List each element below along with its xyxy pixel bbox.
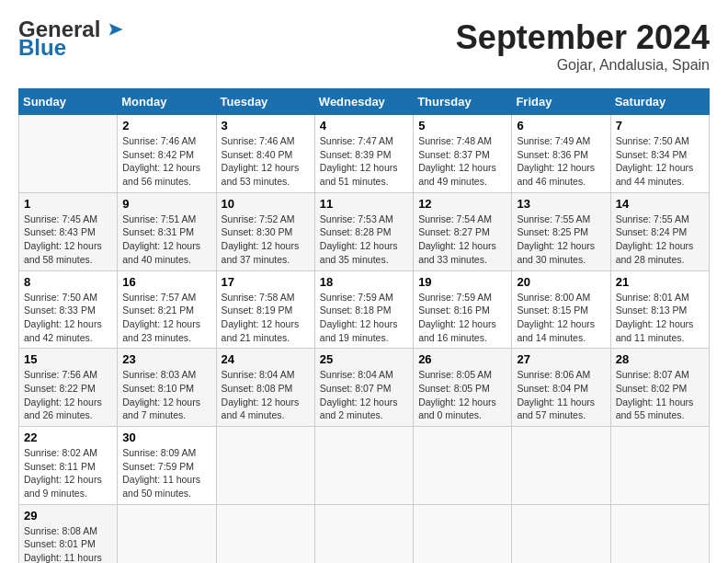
day-number: 11: [320, 197, 408, 211]
table-row: 23 Sunrise: 8:03 AM Sunset: 8:10 PM Dayl…: [118, 349, 216, 427]
calendar-row: 1 Sunrise: 7:45 AM Sunset: 8:43 PM Dayli…: [19, 192, 710, 270]
table-row: 9 Sunrise: 7:51 AM Sunset: 8:31 PM Dayli…: [118, 192, 216, 270]
table-row: [610, 504, 709, 563]
table-row: 18 Sunrise: 7:59 AM Sunset: 8:18 PM Dayl…: [314, 270, 413, 349]
day-number: 30: [122, 431, 210, 444]
header-thursday: Thursday: [414, 89, 512, 115]
day-number: 21: [616, 275, 704, 289]
day-number: 14: [616, 197, 704, 211]
day-info: Sunrise: 7:54 AM Sunset: 8:27 PM Dayligh…: [418, 213, 506, 267]
calendar-row: 29 Sunrise: 8:08 AM Sunset: 8:01 PM Dayl…: [19, 504, 710, 563]
day-number: 28: [616, 352, 704, 366]
table-row: 5 Sunrise: 7:48 AM Sunset: 8:37 PM Dayli…: [414, 115, 512, 193]
table-row: [512, 427, 610, 505]
table-row: 13 Sunrise: 7:55 AM Sunset: 8:25 PM Dayl…: [512, 192, 610, 270]
header-sunday: Sunday: [19, 89, 118, 115]
day-info: Sunrise: 7:57 AM Sunset: 8:21 PM Dayligh…: [122, 291, 210, 345]
day-number: 3: [222, 119, 310, 132]
calendar-table: Sunday Monday Tuesday Wednesday Thursday…: [18, 88, 710, 563]
day-info: Sunrise: 8:01 AM Sunset: 8:13 PM Dayligh…: [616, 291, 704, 345]
header-friday: Friday: [512, 89, 610, 115]
day-number: 15: [24, 352, 112, 366]
table-row: 14 Sunrise: 7:55 AM Sunset: 8:24 PM Dayl…: [610, 192, 709, 270]
day-info: Sunrise: 7:48 AM Sunset: 8:37 PM Dayligh…: [418, 134, 506, 189]
day-number: 13: [517, 197, 605, 211]
day-info: Sunrise: 7:45 AM Sunset: 8:43 PM Dayligh…: [24, 213, 112, 267]
day-number: 8: [24, 275, 112, 289]
day-info: Sunrise: 7:56 AM Sunset: 8:22 PM Dayligh…: [24, 368, 112, 422]
table-row: 29 Sunrise: 8:08 AM Sunset: 8:01 PM Dayl…: [19, 504, 118, 563]
day-info: Sunrise: 8:07 AM Sunset: 8:02 PM Dayligh…: [616, 368, 704, 422]
table-row: 22 Sunrise: 8:02 AM Sunset: 8:11 PM Dayl…: [19, 427, 118, 505]
header-wednesday: Wednesday: [314, 89, 413, 115]
day-info: Sunrise: 8:02 AM Sunset: 8:11 PM Dayligh…: [24, 446, 112, 500]
day-info: Sunrise: 7:55 AM Sunset: 8:24 PM Dayligh…: [616, 213, 704, 267]
day-number: 1: [24, 197, 112, 211]
day-number: 9: [122, 197, 210, 211]
day-info: Sunrise: 7:49 AM Sunset: 8:36 PM Dayligh…: [517, 134, 605, 189]
table-row: [610, 427, 709, 505]
day-number: 26: [418, 352, 506, 366]
table-row: [314, 504, 413, 563]
calendar-row: 8 Sunrise: 7:50 AM Sunset: 8:33 PM Dayli…: [19, 270, 710, 349]
day-number: 12: [418, 197, 506, 211]
day-number: 22: [24, 431, 112, 444]
table-row: 30 Sunrise: 8:09 AM Sunset: 7:59 PM Dayl…: [118, 427, 216, 505]
table-row: 2 Sunrise: 7:46 AM Sunset: 8:42 PM Dayli…: [118, 115, 216, 193]
day-info: Sunrise: 7:55 AM Sunset: 8:25 PM Dayligh…: [517, 213, 605, 267]
logo-icon: [104, 19, 124, 40]
day-number: 10: [222, 197, 310, 211]
header-tuesday: Tuesday: [216, 89, 314, 115]
day-number: 23: [122, 352, 210, 366]
table-row: 3 Sunrise: 7:46 AM Sunset: 8:40 PM Dayli…: [216, 115, 314, 193]
table-row: [314, 427, 413, 505]
day-info: Sunrise: 8:00 AM Sunset: 8:15 PM Dayligh…: [517, 291, 605, 345]
location-title: Gojar, Andalusia, Spain: [456, 57, 710, 74]
day-number: 16: [122, 275, 210, 289]
table-row: 21 Sunrise: 8:01 AM Sunset: 8:13 PM Dayl…: [610, 270, 709, 349]
logo: General Blue: [18, 18, 124, 61]
day-info: Sunrise: 8:03 AM Sunset: 8:10 PM Dayligh…: [122, 368, 210, 422]
table-row: [216, 427, 314, 505]
day-number: 27: [517, 352, 605, 366]
table-row: 12 Sunrise: 7:54 AM Sunset: 8:27 PM Dayl…: [414, 192, 512, 270]
table-row: 24 Sunrise: 8:04 AM Sunset: 8:08 PM Dayl…: [216, 349, 314, 427]
table-row: [118, 504, 216, 563]
day-number: 24: [222, 352, 310, 366]
calendar-header-row: Sunday Monday Tuesday Wednesday Thursday…: [19, 89, 710, 115]
day-info: Sunrise: 7:53 AM Sunset: 8:28 PM Dayligh…: [320, 213, 408, 267]
table-row: [19, 115, 118, 193]
day-info: Sunrise: 8:04 AM Sunset: 8:07 PM Dayligh…: [320, 368, 408, 422]
day-number: 7: [616, 119, 704, 132]
table-row: 15 Sunrise: 7:56 AM Sunset: 8:22 PM Dayl…: [19, 349, 118, 427]
day-info: Sunrise: 8:09 AM Sunset: 7:59 PM Dayligh…: [122, 446, 210, 500]
table-row: 10 Sunrise: 7:52 AM Sunset: 8:30 PM Dayl…: [216, 192, 314, 270]
table-row: 4 Sunrise: 7:47 AM Sunset: 8:39 PM Dayli…: [314, 115, 413, 193]
calendar-row: 15 Sunrise: 7:56 AM Sunset: 8:22 PM Dayl…: [19, 349, 710, 427]
day-info: Sunrise: 8:05 AM Sunset: 8:05 PM Dayligh…: [418, 368, 506, 422]
table-row: 11 Sunrise: 7:53 AM Sunset: 8:28 PM Dayl…: [314, 192, 413, 270]
table-row: [512, 504, 610, 563]
day-number: 18: [320, 275, 408, 289]
day-info: Sunrise: 7:46 AM Sunset: 8:42 PM Dayligh…: [122, 134, 210, 189]
day-info: Sunrise: 7:47 AM Sunset: 8:39 PM Dayligh…: [320, 134, 408, 189]
day-info: Sunrise: 7:59 AM Sunset: 8:18 PM Dayligh…: [320, 291, 408, 345]
day-number: 29: [24, 509, 112, 523]
day-info: Sunrise: 8:06 AM Sunset: 8:04 PM Dayligh…: [517, 368, 605, 422]
month-title: September 2024: [456, 18, 710, 57]
day-number: 25: [320, 352, 408, 366]
table-row: 25 Sunrise: 8:04 AM Sunset: 8:07 PM Dayl…: [314, 349, 413, 427]
day-info: Sunrise: 7:59 AM Sunset: 8:16 PM Dayligh…: [418, 291, 506, 345]
day-info: Sunrise: 7:58 AM Sunset: 8:19 PM Dayligh…: [222, 291, 310, 345]
day-info: Sunrise: 7:46 AM Sunset: 8:40 PM Dayligh…: [222, 134, 310, 189]
page-header: General Blue September 2024 Gojar, Andal…: [18, 18, 710, 74]
day-info: Sunrise: 7:50 AM Sunset: 8:33 PM Dayligh…: [24, 291, 112, 345]
table-row: 1 Sunrise: 7:45 AM Sunset: 8:43 PM Dayli…: [19, 192, 118, 270]
table-row: 17 Sunrise: 7:58 AM Sunset: 8:19 PM Dayl…: [216, 270, 314, 349]
table-row: 27 Sunrise: 8:06 AM Sunset: 8:04 PM Dayl…: [512, 349, 610, 427]
table-row: 28 Sunrise: 8:07 AM Sunset: 8:02 PM Dayl…: [610, 349, 709, 427]
table-row: 20 Sunrise: 8:00 AM Sunset: 8:15 PM Dayl…: [512, 270, 610, 349]
table-row: [414, 504, 512, 563]
day-number: 4: [320, 119, 408, 132]
table-row: 16 Sunrise: 7:57 AM Sunset: 8:21 PM Dayl…: [118, 270, 216, 349]
